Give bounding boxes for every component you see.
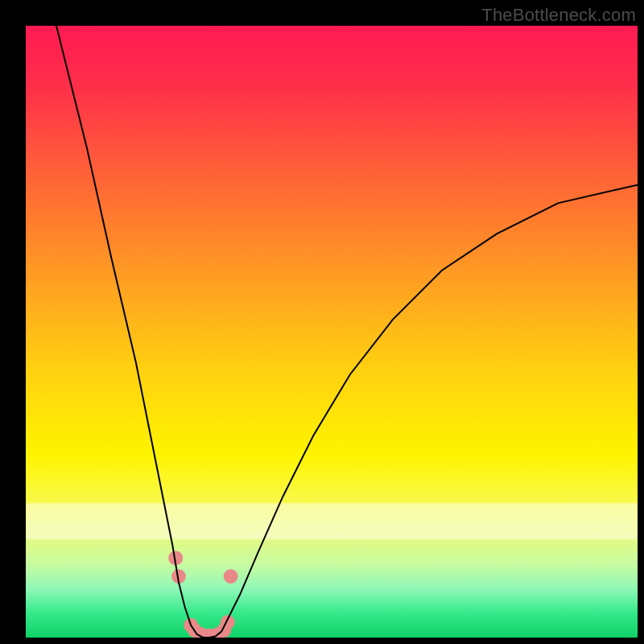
marker-group	[168, 551, 237, 638]
watermark-text: TheBottleneck.com	[481, 5, 636, 26]
plot-area	[26, 26, 638, 638]
curve-path	[56, 26, 638, 638]
data-marker	[224, 569, 238, 584]
data-marker	[221, 615, 235, 630]
chart-frame: TheBottleneck.com	[0, 0, 644, 644]
chart-svg	[26, 26, 638, 638]
